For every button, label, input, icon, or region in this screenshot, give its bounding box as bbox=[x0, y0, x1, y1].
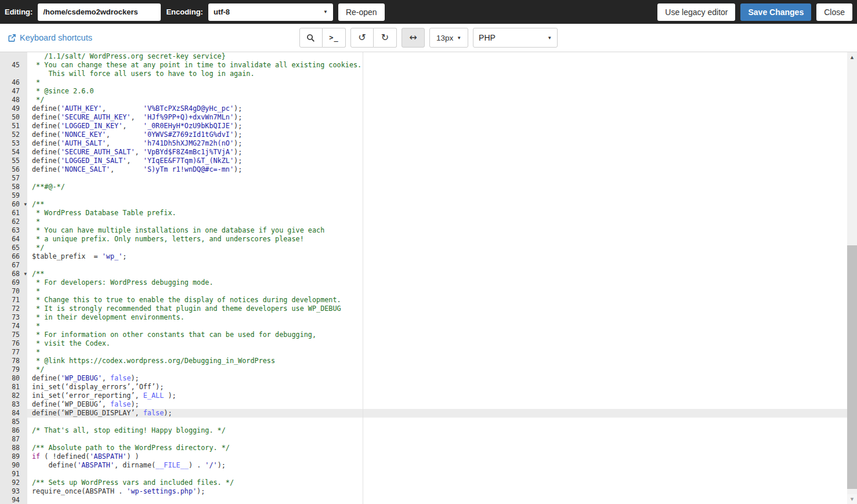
reopen-button[interactable]: Re-open bbox=[338, 3, 385, 21]
editing-label: Editing: bbox=[5, 8, 32, 16]
save-changes-button[interactable]: Save Changes bbox=[740, 3, 811, 21]
word-wrap-toggle[interactable]: ↔ bbox=[402, 28, 425, 48]
code-line[interactable]: 46 * bbox=[0, 78, 857, 87]
redo-button[interactable]: ↻ bbox=[374, 28, 397, 48]
toolbar-buttons: >_ ↺ ↻ ↔ 13px ▼ PHP ▼ bbox=[299, 28, 558, 48]
code-line[interactable]: 78 * @link https://codex.wordpress.org/D… bbox=[0, 357, 857, 365]
search-button[interactable] bbox=[299, 28, 323, 48]
line-number: 85 bbox=[0, 418, 27, 426]
code-line[interactable]: 71 * Change this to true to enable the d… bbox=[0, 296, 857, 304]
code-line[interactable]: 67 bbox=[0, 261, 857, 270]
code-line[interactable]: 48 */ bbox=[0, 96, 857, 104]
scroll-up-arrow-icon[interactable]: ▲ bbox=[847, 52, 857, 62]
code-line[interactable]: 55define('LOGGED_IN_SALT', 'YIqEE&F7Tqm)… bbox=[0, 157, 857, 165]
encoding-select[interactable]: utf-8 ▼ bbox=[208, 3, 333, 21]
code-line[interactable]: 86/* That's all, stop editing! Happy blo… bbox=[0, 426, 857, 435]
code-line[interactable]: 91 bbox=[0, 470, 857, 478]
code-line[interactable]: 59 bbox=[0, 191, 857, 200]
code-line[interactable]: 90 define('ABSPATH', dirname(__FILE__) .… bbox=[0, 461, 857, 470]
code-line[interactable]: 45 * You can change these at any point i… bbox=[0, 61, 857, 70]
line-number: 47 bbox=[0, 87, 27, 96]
code-line[interactable]: 56define('NONCE_SALT', 'S)yTm r1!wnDQ@#c… bbox=[0, 165, 857, 174]
code-editor[interactable]: /1.1/salt/ WordPress.org secret-key serv… bbox=[0, 52, 857, 504]
undo-button[interactable]: ↺ bbox=[350, 28, 374, 48]
code-line[interactable]: 74 * bbox=[0, 322, 857, 331]
code-line[interactable]: 72 * It is strongly recommended that plu… bbox=[0, 304, 857, 313]
terminal-button[interactable]: >_ bbox=[323, 28, 346, 48]
code-line[interactable]: 88/** Absolute path to the WordPress dir… bbox=[0, 444, 857, 452]
code-line[interactable]: 77 * bbox=[0, 348, 857, 357]
top-bar: Editing: Encoding: utf-8 ▼ Re-open Use l… bbox=[0, 0, 857, 24]
code-line[interactable]: 53define('AUTH_SALT', 'h741Dh5hXJMG27m2h… bbox=[0, 139, 857, 148]
code-line[interactable]: This will force all users to have to log… bbox=[0, 70, 857, 78]
code-line[interactable]: 68▾/** bbox=[0, 270, 857, 278]
line-number: 56 bbox=[0, 165, 27, 174]
code-line[interactable]: 75 * For information on other constants … bbox=[0, 331, 857, 339]
code-line[interactable]: 64 * a unique prefix. Only numbers, lett… bbox=[0, 235, 857, 244]
line-number: 79 bbox=[0, 365, 27, 374]
code-line[interactable]: 63 * You can have multiple installations… bbox=[0, 226, 857, 235]
code-line[interactable]: 65 */ bbox=[0, 244, 857, 252]
code-line[interactable]: /1.1/salt/ WordPress.org secret-key serv… bbox=[0, 52, 857, 61]
code-line[interactable]: 50define('SECURE_AUTH_KEY', 'HJf%9PP+Q)+… bbox=[0, 113, 857, 122]
code-line[interactable]: 81ini_set(‘display_errors’,’Off’); bbox=[0, 383, 857, 391]
code-line[interactable]: 61 * WordPress Database Table prefix. bbox=[0, 209, 857, 217]
code-line[interactable]: 83define(‘WP_DEBUG’, false); bbox=[0, 400, 857, 409]
code-line[interactable]: 89if ( !defined('ABSPATH') ) bbox=[0, 452, 857, 461]
code-text bbox=[27, 470, 32, 478]
chevron-down-icon: ▼ bbox=[323, 9, 328, 14]
code-line[interactable]: 57 bbox=[0, 174, 857, 183]
line-number: 81 bbox=[0, 383, 27, 391]
keyboard-shortcuts-link[interactable]: Keyboard shortcuts bbox=[8, 24, 92, 52]
code-line[interactable]: 92/** Sets up WordPress vars and include… bbox=[0, 478, 857, 487]
vertical-scrollbar[interactable]: ▲ ▼ bbox=[847, 52, 857, 504]
code-line[interactable]: 85 bbox=[0, 418, 857, 426]
line-number: 68▾ bbox=[0, 270, 27, 278]
code-line[interactable]: 79 */ bbox=[0, 365, 857, 374]
language-select[interactable]: PHP ▼ bbox=[473, 28, 558, 48]
code-text: /** bbox=[27, 200, 44, 209]
code-line[interactable]: 60▾/** bbox=[0, 200, 857, 209]
line-number: 67 bbox=[0, 261, 27, 270]
code-line[interactable]: 58/**#@-*/ bbox=[0, 183, 857, 191]
code-line[interactable]: 73 * in their development environments. bbox=[0, 313, 857, 322]
code-line[interactable]: 82ini_set(‘error_reporting’, E_ALL ); bbox=[0, 391, 857, 400]
code-line[interactable]: 62 * bbox=[0, 217, 857, 226]
code-text: define(‘WP_DEBUG_DISPLAY’, false); bbox=[27, 409, 172, 418]
scroll-down-arrow-icon[interactable]: ▼ bbox=[847, 494, 857, 504]
code-text: /** Sets up WordPress vars and included … bbox=[27, 478, 234, 487]
code-text: * @link https://codex.wordpress.org/Debu… bbox=[27, 357, 275, 365]
fold-arrow-icon[interactable]: ▾ bbox=[24, 200, 27, 209]
fold-arrow-icon[interactable]: ▾ bbox=[24, 270, 27, 278]
code-line[interactable]: 80define('WP_DEBUG', false); bbox=[0, 374, 857, 383]
chevron-down-icon: ▼ bbox=[547, 35, 552, 41]
code-line[interactable]: 51define('LOGGED_IN_KEY', '_0R0EHyH*OzU9… bbox=[0, 122, 857, 130]
code-line[interactable]: 69 * For developers: WordPress debugging… bbox=[0, 278, 857, 287]
line-number: 86 bbox=[0, 426, 27, 435]
line-number: 69 bbox=[0, 278, 27, 287]
code-line[interactable]: 93require_once(ABSPATH . 'wp-settings.ph… bbox=[0, 487, 857, 496]
font-size-dropdown[interactable]: 13px ▼ bbox=[429, 28, 468, 48]
code-line[interactable]: 49define('AUTH_KEY', 'V%BTcPXzSR4gD@yHc_… bbox=[0, 104, 857, 113]
code-text: * Change this to true to enable the disp… bbox=[27, 296, 341, 304]
line-number: 87 bbox=[0, 435, 27, 444]
code-text: * in their development environments. bbox=[27, 313, 185, 322]
code-line[interactable]: 84define(‘WP_DEBUG_DISPLAY’, false); bbox=[0, 409, 857, 418]
scrollbar-thumb[interactable] bbox=[847, 245, 857, 489]
line-number: 62 bbox=[0, 217, 27, 226]
close-button[interactable]: Close bbox=[816, 3, 852, 21]
code-line[interactable]: 94 bbox=[0, 496, 857, 504]
code-line[interactable]: 54define('SECURE_AUTH_SALT', 'VpBYd$F8Z4… bbox=[0, 148, 857, 157]
code-line[interactable]: 52define('NONCE_KEY', '0YWVS#Z769zId1tG%… bbox=[0, 130, 857, 139]
code-rows: /1.1/salt/ WordPress.org secret-key serv… bbox=[0, 52, 857, 504]
code-line[interactable]: 47 * @since 2.6.0 bbox=[0, 87, 857, 96]
code-line[interactable]: 70 * bbox=[0, 287, 857, 296]
file-path-input[interactable] bbox=[38, 3, 161, 21]
use-legacy-editor-button[interactable]: Use legacy editor bbox=[657, 3, 735, 21]
code-line[interactable]: 66$table_prefix = 'wp_'; bbox=[0, 252, 857, 261]
code-text: define('NONCE_KEY', '0YWVS#Z769zId1tG%dv… bbox=[27, 130, 242, 139]
line-number: 89 bbox=[0, 452, 27, 461]
code-line[interactable]: 87 bbox=[0, 435, 857, 444]
code-text: * a unique prefix. Only numbers, letters… bbox=[27, 235, 304, 244]
code-line[interactable]: 76 * visit the Codex. bbox=[0, 339, 857, 348]
